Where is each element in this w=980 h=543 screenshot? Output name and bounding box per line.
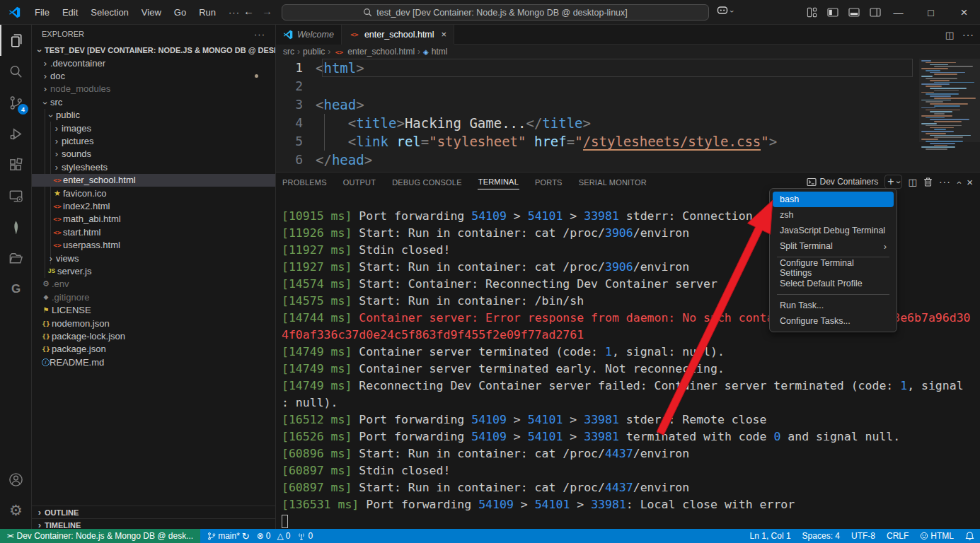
outline-section[interactable]: › OUTLINE	[32, 506, 276, 518]
panel-tab-serial-monitor[interactable]: SERIAL MONITOR	[578, 175, 647, 189]
menu-view[interactable]: View	[135, 5, 168, 20]
menu-item-configure-terminal-settings[interactable]: Configure Terminal Settings	[773, 260, 894, 276]
editor-line-1[interactable]: 1<html>	[276, 59, 980, 77]
tree-item-package-lock-json[interactable]: {}package-lock.json	[32, 329, 275, 342]
menu-item-select-default-profile[interactable]: Select Default Profile	[773, 276, 894, 291]
panel-tab-debug-console[interactable]: DEBUG CONSOLE	[391, 175, 463, 189]
tree-item-pictures[interactable]: ›pictures	[32, 134, 275, 147]
tree-item-views[interactable]: ›views	[32, 252, 275, 264]
menu-item-configure-tasks-[interactable]: Configure Tasks...	[773, 313, 894, 329]
menu-more-icon[interactable]: ···	[222, 5, 246, 20]
nav-back-arrow-icon[interactable]: ←	[243, 5, 254, 17]
editor-line-5[interactable]: 5 <link rel="stylesheet" href="/styleshe…	[276, 132, 980, 151]
tree-item--env[interactable]: ⚙.env	[32, 278, 275, 291]
editor-more-actions-icon[interactable]: ···	[962, 29, 974, 40]
tree-item-images[interactable]: ›images	[32, 122, 275, 134]
tab-close-icon[interactable]: ×	[442, 29, 447, 40]
cursor-position[interactable]: Ln 1, Col 1	[750, 531, 791, 541]
explorer-icon[interactable]	[0, 25, 32, 56]
breadcrumb-item[interactable]: html	[432, 47, 448, 57]
split-editor-icon[interactable]: ◫	[945, 30, 954, 40]
tree-item-src[interactable]: ›src	[32, 95, 275, 108]
tab-welcome[interactable]: Welcome	[276, 25, 342, 45]
notifications-bell-icon[interactable]	[965, 531, 974, 541]
tree-item-start-html[interactable]: <>start.html	[32, 226, 275, 238]
run-debug-icon[interactable]	[0, 118, 32, 149]
nav-forward-arrow-icon[interactable]: →	[262, 5, 272, 17]
window-close-icon[interactable]: ×	[948, 0, 980, 25]
language-mode[interactable]: HTML	[920, 531, 954, 541]
breadcrumb-item[interactable]: enter_school.html	[347, 47, 415, 57]
source-control-icon[interactable]: 4	[0, 87, 32, 118]
tab-enter-school[interactable]: <> enter_school.html ×	[342, 25, 454, 45]
menu-edit[interactable]: Edit	[56, 5, 84, 20]
tree-item-userpass-html[interactable]: <>userpass.html	[32, 238, 275, 251]
window-minimize-icon[interactable]: —	[882, 0, 914, 25]
remote-explorer-icon[interactable]	[0, 180, 32, 211]
menu-file[interactable]: File	[28, 5, 56, 20]
toggle-primary-sidebar-icon[interactable]	[827, 7, 838, 18]
tree-item-readme-md[interactable]: iREADME.md	[32, 356, 275, 368]
tree-item-node-modules[interactable]: ›node_modules	[32, 83, 275, 95]
indentation[interactable]: Spaces: 4	[802, 531, 840, 541]
tree-item-math-abi-html[interactable]: <>math_abi.html	[32, 213, 275, 226]
tree-item-sounds[interactable]: ›sounds	[32, 148, 275, 160]
tree-item-doc[interactable]: ›doc	[32, 69, 275, 82]
problems-indicator[interactable]: ⊗ 0 △ 0	[257, 531, 291, 541]
menu-item-run-task-[interactable]: Run Task...	[773, 298, 894, 313]
tree-item-enter-school-html[interactable]: <>enter_school.html	[32, 174, 275, 187]
code-editor[interactable]: 1<html>23<head>4 <title>Hacking Game...<…	[276, 59, 980, 172]
copilot-button[interactable]: ›	[716, 6, 732, 16]
remote-indicator[interactable]: >< Dev Container: Node.js & Mongo DB @ d…	[0, 529, 200, 543]
breadcrumb-item[interactable]: public	[303, 47, 325, 57]
customize-layout-icon[interactable]	[807, 7, 817, 18]
extensions-icon[interactable]	[0, 149, 32, 180]
tree-item--gitignore[interactable]: ◆.gitignore	[32, 291, 275, 303]
editor-line-2[interactable]: 2	[276, 77, 980, 95]
ports-indicator[interactable]: 0	[297, 531, 313, 541]
tree-item-license[interactable]: ⚑LICENSE	[32, 303, 275, 316]
tree-root-folder[interactable]: › TEST_DEV [DEV CONTAINER: NODE.JS & MON…	[32, 43, 275, 57]
tree-item-index2-html[interactable]: <>index2.html	[32, 199, 275, 212]
containers-folder-icon[interactable]	[0, 243, 32, 274]
tree-item--devcontainer[interactable]: ›.devcontainer	[32, 57, 275, 69]
window-maximize-icon[interactable]: □	[915, 0, 947, 25]
kill-terminal-trash-icon[interactable]	[923, 177, 933, 187]
menu-go[interactable]: Go	[168, 5, 192, 20]
editor-line-6[interactable]: 6</head>	[276, 151, 980, 169]
tree-item-nodemon-json[interactable]: {}nodemon.json	[32, 317, 275, 329]
eol-sequence[interactable]: CRLF	[887, 531, 909, 541]
explorer-more-actions-icon[interactable]: ···	[254, 29, 265, 40]
breadcrumb-item[interactable]: src	[283, 47, 294, 57]
branch-indicator[interactable]: main* ↻	[207, 531, 250, 542]
tree-item-public[interactable]: ›public	[32, 109, 275, 122]
search-view-icon[interactable]	[0, 56, 32, 87]
menu-item-javascript-debug-terminal[interactable]: JavaScript Debug Terminal	[773, 223, 894, 238]
menu-item-bash[interactable]: bash	[773, 192, 894, 207]
close-panel-icon[interactable]: ×	[967, 176, 973, 188]
command-center-search[interactable]: test_dev [Dev Container: Node.js & Mongo…	[282, 4, 709, 21]
menu-item-split-terminal[interactable]: Split Terminal›	[773, 238, 894, 254]
panel-tab-terminal[interactable]: TERMINAL	[478, 174, 519, 189]
panel-tab-problems[interactable]: PROBLEMS	[282, 175, 328, 189]
tree-item-favicon-ico[interactable]: ★favicon.ico	[32, 187, 275, 199]
settings-gear-icon[interactable]: ⚙	[0, 495, 32, 526]
maximize-panel-icon[interactable]: ›	[953, 181, 964, 184]
menu-selection[interactable]: Selection	[84, 5, 134, 20]
tree-item-stylesheets[interactable]: ›stylesheets	[32, 160, 275, 173]
menu-run[interactable]: Run	[192, 5, 222, 20]
panel-tab-ports[interactable]: PORTS	[534, 175, 563, 189]
toggle-secondary-sidebar-icon[interactable]	[870, 7, 881, 18]
tree-item-package-json[interactable]: {}package.json	[32, 343, 275, 356]
terminal-launch-dropdown-icon[interactable]: ›	[893, 181, 903, 184]
toggle-panel-icon[interactable]	[848, 7, 860, 18]
editor-line-3[interactable]: 3<head>	[276, 95, 980, 114]
menu-item-zsh[interactable]: zsh	[773, 207, 894, 223]
account-icon[interactable]	[0, 464, 32, 495]
panel-more-actions-icon[interactable]: ···	[939, 176, 951, 187]
encoding[interactable]: UTF-8	[851, 531, 875, 541]
mongodb-icon[interactable]	[0, 211, 32, 243]
split-terminal-icon[interactable]: ◫	[909, 177, 917, 187]
editor-line-4[interactable]: 4 <title>Hacking Game...</title>	[276, 114, 980, 132]
tree-item-server-js[interactable]: JSserver.js	[32, 264, 275, 277]
